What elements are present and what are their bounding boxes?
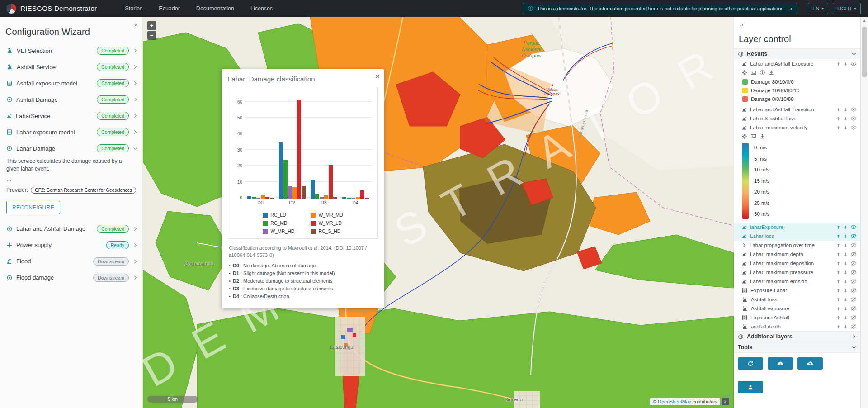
wizard-step-lahar-damage[interactable]: Lahar DamageCompleted [0, 140, 142, 157]
move-layer-up-icon[interactable] [836, 279, 841, 284]
alert-next-icon[interactable]: › [790, 5, 792, 12]
cloud-upload-button[interactable] [797, 357, 823, 370]
visibility-on-icon[interactable] [850, 61, 857, 67]
reconfigure-button[interactable]: RECONFIGURE [6, 201, 60, 214]
move-layer-up-icon[interactable] [836, 270, 841, 275]
move-layer-down-icon[interactable] [843, 270, 848, 275]
layer-row-ashfall-exposure[interactable]: Ashfall exposure [734, 304, 860, 313]
layer-row-lahar-and-ashfall-transition[interactable]: Lahar and Ashfall Transition [734, 105, 860, 114]
move-layer-down-icon[interactable] [843, 279, 848, 284]
download-icon[interactable] [760, 133, 765, 139]
wizard-step-ashfall-service[interactable]: Ashfall ServiceCompleted [0, 59, 142, 75]
move-layer-up-icon[interactable] [836, 234, 841, 239]
wizard-step-lahar-and-ashfall-damage[interactable]: Lahar and Ashfall DamageCompleted [0, 221, 142, 237]
layer-row-lahar-maximum-erosion[interactable]: Lahar: maximum erosion [734, 277, 860, 286]
move-layer-down-icon[interactable] [843, 261, 848, 266]
image-icon[interactable] [750, 133, 756, 139]
visibility-off-icon[interactable] [850, 233, 857, 239]
visibility-off-icon[interactable] [850, 314, 857, 321]
layer-row-lahar-propagation-over-time[interactable]: Lahar propagation over time [734, 241, 860, 250]
move-layer-down-icon[interactable] [843, 234, 848, 239]
nav-documentation[interactable]: Documentation [196, 5, 234, 12]
attribution-expand-icon[interactable]: » [722, 398, 729, 405]
wizard-step-vei-selection[interactable]: VEI SelectionCompleted [0, 43, 142, 59]
wizard-step-flood[interactable]: FloodDownstream [0, 253, 142, 270]
image-icon[interactable] [750, 70, 756, 76]
layer-row-lahar-maximum-deposition[interactable]: Lahar: maximum deposition [734, 259, 860, 268]
move-layer-up-icon[interactable] [836, 243, 841, 248]
visibility-on-icon[interactable] [850, 106, 857, 113]
nav-stories[interactable]: Stories [125, 5, 142, 12]
section-tools[interactable]: Tools [734, 342, 860, 353]
visibility-off-icon[interactable] [850, 287, 857, 294]
theme-dropdown[interactable]: LIGHT ▾ [833, 3, 861, 14]
move-layer-up-icon[interactable] [836, 62, 841, 66]
gear-icon[interactable] [741, 133, 747, 139]
sidebar-collapse-icon[interactable]: « [134, 20, 138, 28]
wizard-step-ashfall-damage[interactable]: Ashfall DamageCompleted [0, 91, 142, 108]
section-results[interactable]: Results [734, 48, 860, 59]
zoom-in-button[interactable]: + [147, 21, 156, 30]
wizard-step-laharservice[interactable]: LaharServiceCompleted [0, 108, 142, 124]
visibility-on-icon[interactable] [850, 115, 857, 122]
move-layer-up-icon[interactable] [836, 306, 841, 311]
move-layer-up-icon[interactable] [836, 252, 841, 257]
gear-icon[interactable] [741, 70, 747, 76]
refresh-button[interactable] [738, 357, 763, 370]
move-layer-down-icon[interactable] [843, 225, 848, 230]
cloud-download-button[interactable] [768, 357, 793, 370]
wizard-step-flood-damage[interactable]: Flood damageDownstream [0, 270, 142, 286]
scroll-up-icon[interactable]: ▲ [861, 17, 868, 24]
visibility-off-icon[interactable] [850, 278, 857, 285]
page-scrollbar[interactable]: ▲ [860, 17, 868, 408]
move-layer-down-icon[interactable] [843, 297, 848, 302]
move-layer-down-icon[interactable] [843, 324, 848, 329]
move-layer-down-icon[interactable] [843, 62, 848, 66]
wizard-step-power-supply[interactable]: Power supplyReady [0, 237, 142, 253]
visibility-off-icon[interactable] [850, 305, 857, 312]
layer-row-lahar-loss[interactable]: Lahar loss [734, 232, 860, 241]
panel-collapse-icon[interactable]: » [740, 20, 860, 28]
layer-row-laharexposure[interactable]: laharExposure [734, 223, 860, 232]
layer-row-lahar-maximum-preassure[interactable]: Lahar: maximum preassure [734, 268, 860, 277]
move-layer-up-icon[interactable] [836, 315, 841, 320]
section-additional-layers[interactable]: Additional layers [734, 331, 860, 342]
download-icon[interactable] [769, 70, 774, 76]
move-layer-up-icon[interactable] [836, 116, 841, 121]
move-layer-up-icon[interactable] [836, 225, 841, 230]
wizard-step-lahar-exposure-model[interactable]: Lahar exposure modelCompleted [0, 124, 142, 140]
nav-licenses[interactable]: Licenses [250, 5, 273, 12]
openstreetmap-link[interactable]: OpenStreetMap [658, 399, 691, 404]
visibility-off-icon[interactable] [850, 296, 857, 303]
layer-row-exposure-lahar[interactable]: Exposure Lahar [734, 286, 860, 295]
layer-row-lahar-ashfall-loss[interactable]: Lahar & ashfall loss [734, 114, 860, 123]
visibility-on-icon[interactable] [850, 124, 857, 131]
layer-row-ashfall-depth[interactable]: ashfall-depth [734, 322, 860, 331]
move-layer-up-icon[interactable] [836, 125, 841, 130]
visibility-off-icon[interactable] [850, 260, 857, 266]
move-layer-down-icon[interactable] [843, 315, 848, 320]
info-icon[interactable] [760, 70, 765, 76]
layer-row-lahar-and-ashfall-exposure[interactable]: Lahar and Ashfall Exposure [734, 59, 860, 68]
language-dropdown[interactable]: EN ▾ [808, 3, 828, 14]
visibility-on-icon[interactable] [850, 224, 857, 230]
move-layer-down-icon[interactable] [843, 288, 848, 293]
move-layer-up-icon[interactable] [836, 261, 841, 266]
visibility-off-icon[interactable] [850, 242, 857, 248]
layer-row-lahar-maximum-velocity[interactable]: Lahar: maximum velocity [734, 123, 860, 132]
move-layer-up-icon[interactable] [836, 324, 841, 329]
move-layer-up-icon[interactable] [836, 107, 841, 112]
layer-row-ashfall-loss[interactable]: Ashfall loss [734, 295, 860, 304]
user-button[interactable] [738, 381, 763, 393]
visibility-off-icon[interactable] [850, 269, 857, 275]
layer-row-exposure-ashfall[interactable]: Exposure Ashfall [734, 313, 860, 322]
visibility-off-icon[interactable] [850, 251, 857, 257]
scrollbar-thumb[interactable] [862, 27, 867, 77]
move-layer-down-icon[interactable] [843, 107, 848, 112]
move-layer-down-icon[interactable] [843, 306, 848, 311]
move-layer-down-icon[interactable] [843, 252, 848, 257]
chevron-up-icon[interactable] [6, 178, 12, 183]
nav-ecuador[interactable]: Ecuador [159, 5, 180, 12]
move-layer-up-icon[interactable] [836, 297, 841, 302]
move-layer-down-icon[interactable] [843, 243, 848, 248]
